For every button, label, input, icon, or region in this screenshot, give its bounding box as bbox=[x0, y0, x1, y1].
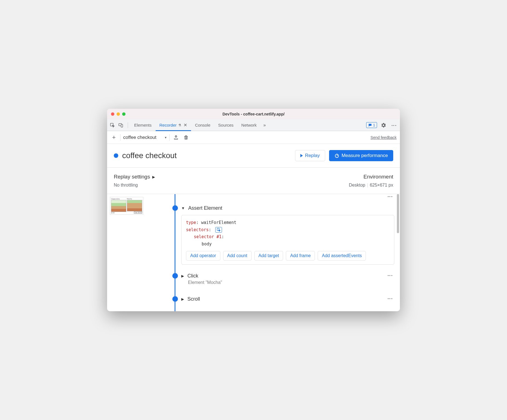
divider bbox=[128, 122, 128, 128]
add-operator-button[interactable]: Add operator bbox=[186, 251, 220, 260]
tab-sources[interactable]: Sources bbox=[214, 119, 237, 131]
step-scroll: ▶ Scroll ⋮ bbox=[171, 296, 394, 302]
replay-button[interactable]: Replay bbox=[295, 150, 325, 161]
step-subtitle: Element "Mocha" bbox=[188, 280, 394, 285]
recording-status-dot bbox=[114, 153, 118, 158]
more-options-icon[interactable]: ⋮ bbox=[390, 122, 398, 129]
step-dot bbox=[172, 273, 178, 279]
settings-row: Replay settings ▶ No throttling Environm… bbox=[107, 168, 400, 194]
export-icon[interactable] bbox=[172, 135, 180, 140]
svg-rect-2 bbox=[121, 124, 123, 127]
messages-badge[interactable]: 1 bbox=[366, 122, 377, 128]
caret-right-icon[interactable]: ▶ bbox=[181, 297, 184, 301]
divider bbox=[169, 134, 170, 141]
tab-recorder[interactable]: Recorder ⚗ ✕ bbox=[156, 119, 191, 131]
replay-settings-toggle[interactable]: Replay settings ▶ bbox=[114, 174, 155, 180]
recording-dropdown[interactable]: coffee checkout ▾ bbox=[123, 135, 166, 140]
new-recording-button[interactable]: + bbox=[110, 134, 117, 141]
caret-right-icon: ▶ bbox=[152, 175, 155, 179]
steps-area: Cappuccino 22.00 Mocha Total: $0.00 ▼ As… bbox=[107, 194, 400, 311]
step-thumbnail[interactable]: Cappuccino 22.00 Mocha Total: $0.00 bbox=[110, 197, 143, 215]
add-assertedevents-button[interactable]: Add assertedEvents bbox=[318, 251, 366, 260]
recorder-toolbar: + coffee checkout ▾ Send feedback bbox=[107, 131, 400, 144]
delete-icon[interactable] bbox=[182, 135, 190, 140]
window-titlebar: DevTools - coffee-cart.netlify.app/ bbox=[107, 109, 400, 119]
step-dot bbox=[172, 205, 178, 211]
flask-icon: ⚗ bbox=[178, 123, 181, 127]
throttling-label: No throttling bbox=[114, 183, 155, 188]
step-title[interactable]: Scroll bbox=[187, 296, 200, 302]
scrollbar[interactable] bbox=[397, 194, 399, 233]
step-title[interactable]: Assert Element bbox=[188, 205, 222, 211]
step-menu-icon[interactable]: ⋮ bbox=[387, 194, 393, 198]
window-title: DevTools - coffee-cart.netlify.app/ bbox=[223, 112, 285, 116]
maximize-window-button[interactable] bbox=[122, 112, 125, 116]
environment-details: Desktop|625×671 px bbox=[349, 183, 393, 188]
inspect-element-icon[interactable] bbox=[109, 122, 116, 129]
play-icon bbox=[300, 154, 303, 157]
close-window-button[interactable] bbox=[111, 112, 114, 116]
minimize-window-button[interactable] bbox=[117, 112, 120, 116]
add-count-button[interactable]: Add count bbox=[223, 251, 252, 260]
tab-elements[interactable]: Elements bbox=[130, 119, 156, 131]
step-title[interactable]: Click bbox=[187, 273, 198, 279]
feedback-link[interactable]: Send feedback bbox=[371, 135, 397, 140]
badge-count: 1 bbox=[373, 123, 375, 127]
recording-name: coffee checkout bbox=[123, 135, 156, 140]
environment-title: Environment bbox=[349, 174, 393, 180]
element-picker-icon[interactable] bbox=[215, 227, 222, 233]
close-tab-icon[interactable]: ✕ bbox=[184, 122, 187, 128]
recording-header: coffee checkout Replay Measure performan… bbox=[107, 144, 400, 168]
add-target-button[interactable]: Add target bbox=[254, 251, 283, 260]
settings-icon[interactable] bbox=[380, 122, 387, 129]
divider bbox=[120, 134, 120, 141]
recording-title: coffee checkout bbox=[122, 151, 177, 160]
thumbnail-column: Cappuccino 22.00 Mocha Total: $0.00 bbox=[107, 194, 143, 311]
step-body: type: waitForElement selectors: selector… bbox=[181, 215, 394, 265]
measure-performance-button[interactable]: Measure performance bbox=[329, 150, 393, 161]
add-frame-button[interactable]: Add frame bbox=[286, 251, 315, 260]
caret-down-icon[interactable]: ▼ bbox=[181, 206, 185, 210]
tab-network[interactable]: Network bbox=[237, 119, 260, 131]
more-tabs-button[interactable]: » bbox=[260, 123, 269, 128]
caret-right-icon[interactable]: ▶ bbox=[181, 274, 184, 278]
tab-console[interactable]: Console bbox=[191, 119, 214, 131]
step-assert-element: ▼ Assert Element ⋮ type: waitForElement … bbox=[171, 194, 394, 265]
devtools-tabbar: Elements Recorder ⚗ ✕ Console Sources Ne… bbox=[107, 119, 400, 131]
step-menu-icon[interactable]: ⋮ bbox=[387, 296, 393, 300]
device-toolbar-icon[interactable] bbox=[117, 122, 124, 129]
step-menu-icon[interactable]: ⋮ bbox=[387, 273, 393, 277]
step-click: ▶ Click Element "Mocha" ⋮ bbox=[171, 273, 394, 285]
step-dot bbox=[172, 296, 178, 302]
chevron-down-icon: ▾ bbox=[165, 136, 166, 139]
